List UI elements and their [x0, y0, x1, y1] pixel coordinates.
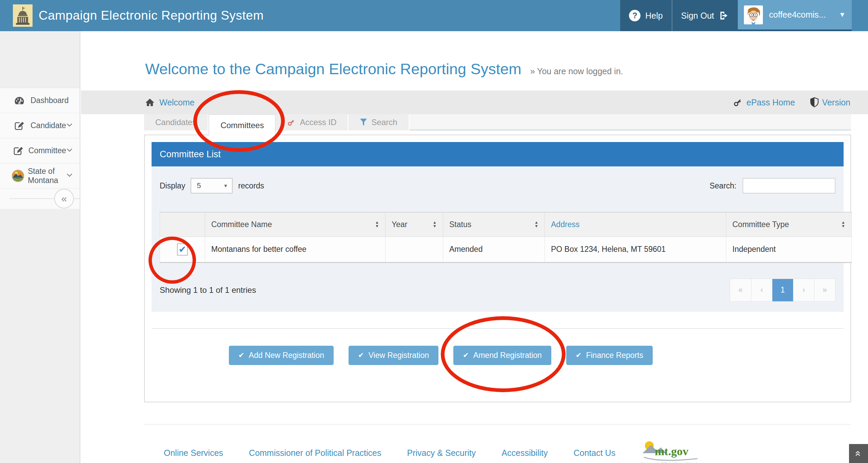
pagination-page-1-button[interactable]: 1 [772, 279, 793, 301]
search-input[interactable] [743, 178, 835, 194]
sort-icon: ▲▼ [841, 221, 845, 228]
footer: Online Services Commissioner of Politica… [144, 424, 851, 463]
table-row: ✔ Montanans for better coffee Amended PO… [160, 237, 852, 262]
tab-label: Search [371, 114, 397, 130]
button-label: View Registration [369, 351, 429, 360]
row-checkbox-cell: ✔ [160, 237, 205, 262]
help-icon: ? [629, 10, 640, 21]
footer-link-commissioner[interactable]: Commissioner of Political Practices [249, 448, 381, 458]
app-title: Campaign Electronic Reporting System [39, 0, 264, 31]
panel-header: Committee List [152, 142, 844, 166]
sidebar-item-dashboard[interactable]: Dashboard [0, 88, 80, 113]
montana-seal-icon [12, 169, 24, 182]
user-menu-button[interactable]: coffee4comis... ▼ [738, 0, 852, 31]
help-button[interactable]: ? Help [620, 0, 671, 31]
showing-entries-text: Showing 1 to 1 of 1 entries [160, 285, 256, 295]
sidebar-item-state-of-montana[interactable]: State of Montana [0, 163, 80, 188]
breadcrumb: Welcome ePass Home [81, 90, 868, 114]
footer-link-accessibility[interactable]: Accessibility [501, 448, 548, 458]
help-label: Help [645, 11, 663, 21]
version-link[interactable]: Version [810, 97, 850, 107]
footer-link-online-services[interactable]: Online Services [164, 448, 223, 458]
amend-registration-button[interactable]: ✔ Amend Registration [453, 346, 551, 365]
epass-home-link[interactable]: ePass Home [733, 97, 795, 107]
chevron-down-icon [66, 173, 73, 179]
top-header-bar: Campaign Electronic Reporting System ? H… [0, 0, 868, 31]
add-new-registration-button[interactable]: ✔ Add New Registration [229, 346, 334, 365]
edit-icon [12, 145, 25, 156]
pagination-first-button[interactable]: « [730, 279, 751, 301]
action-buttons-row: ✔ Add New Registration ✔ View Registrati… [152, 328, 844, 395]
sign-out-button[interactable]: Sign Out [672, 0, 738, 31]
sort-icon: ▲▼ [433, 221, 437, 228]
select-caret-down-icon: ▼ [223, 183, 228, 188]
app-root: Campaign Electronic Reporting System ? H… [0, 0, 868, 463]
sidebar-item-committee[interactable]: Committee [0, 138, 80, 163]
sidebar-item-label: Dashboard [31, 96, 69, 105]
tab-candidates[interactable]: Candidates [144, 114, 209, 130]
button-label: Amend Registration [473, 351, 542, 360]
sign-out-label: Sign Out [681, 11, 714, 21]
sidebar-collapse-button[interactable]: « [54, 189, 74, 208]
double-chevron-up-icon: « [853, 451, 864, 457]
sidebar: Dashboard Candidate Committee [0, 31, 80, 463]
committee-list-panel: Committee List Display 5 ▼ records Searc… [144, 135, 851, 402]
check-icon: ✔ [576, 351, 582, 359]
row-checkbox-checked[interactable]: ✔ [177, 243, 188, 256]
pagination-last-button[interactable]: » [814, 279, 835, 301]
cell-committee-type: Independent [726, 237, 852, 262]
check-icon: ✔ [238, 351, 244, 359]
view-registration-button[interactable]: ✔ View Registration [349, 346, 438, 365]
sidebar-collapse-row: « [0, 188, 80, 209]
footer-link-privacy-security[interactable]: Privacy & Security [407, 448, 476, 458]
button-label: Add New Registration [249, 351, 324, 360]
check-icon: ✔ [358, 351, 364, 359]
cell-status: Amended [443, 237, 545, 262]
table-info-row: Showing 1 to 1 of 1 entries « ‹ 1 › » [160, 279, 835, 302]
button-label: Finance Reports [586, 351, 643, 360]
footer-link-contact-us[interactable]: Contact Us [573, 448, 615, 458]
records-per-page-value: 5 [197, 181, 201, 190]
sidebar-item-label: Committee [28, 146, 66, 155]
column-header-committee-type[interactable]: Committee Type ▲▼ [726, 212, 852, 237]
column-header-status[interactable]: Status ▲▼ [443, 212, 545, 237]
pagination-prev-button[interactable]: ‹ [751, 279, 772, 301]
tab-search[interactable]: Search [349, 114, 409, 130]
records-per-page-select[interactable]: 5 ▼ [191, 178, 233, 194]
version-label: Version [822, 98, 850, 107]
tab-label: Candidates [155, 114, 196, 130]
mtgov-caption: Montana's Official State Website [641, 462, 700, 463]
mtgov-logo-text: mt.gov [655, 445, 688, 458]
mtgov-logo[interactable]: mt.gov Montana's Official State Website [641, 440, 700, 463]
breadcrumb-welcome-link[interactable]: Welcome [145, 98, 195, 107]
tab-committees[interactable]: Committees [209, 114, 276, 136]
sidebar-item-label: Candidate [31, 121, 66, 130]
finance-reports-button[interactable]: ✔ Finance Reports [566, 346, 653, 365]
sidebar-item-candidate[interactable]: Candidate [0, 113, 80, 138]
scroll-to-top-button[interactable]: « [849, 444, 868, 463]
home-icon [145, 98, 155, 107]
page-title: Welcome to the Campaign Electronic Repor… [145, 60, 521, 78]
user-avatar [744, 5, 763, 24]
logged-in-note: » You are now logged in. [530, 66, 623, 76]
cell-address: PO Box 1234, Helena, MT 59601 [545, 237, 726, 262]
shield-icon [810, 97, 819, 107]
column-header-year[interactable]: Year ▲▼ [386, 212, 443, 237]
sidebar-item-label: State of Montana [28, 167, 66, 185]
column-header-committee-name[interactable]: Committee Name ▲▼ [205, 212, 386, 237]
breadcrumb-right-links: ePass Home Version [733, 97, 850, 107]
pagination-next-button[interactable]: › [793, 279, 814, 301]
sort-icon: ▲▼ [534, 221, 538, 228]
tab-access-id[interactable]: Access ID [276, 114, 349, 130]
tab-label: Access ID [300, 114, 336, 130]
display-label: Display [160, 181, 185, 190]
column-header-address[interactable]: Address [545, 212, 726, 237]
pagination: « ‹ 1 › » [730, 279, 835, 302]
column-header-checkbox[interactable] [160, 212, 205, 237]
search-label: Search: [710, 181, 736, 190]
chevron-down-icon [66, 148, 73, 154]
user-caret-down-icon: ▼ [839, 11, 846, 19]
capitol-logo-icon[interactable] [13, 4, 33, 27]
committee-table: Committee Name ▲▼ Year ▲▼ Status ▲▼ [160, 212, 852, 263]
key-icon [733, 97, 743, 107]
